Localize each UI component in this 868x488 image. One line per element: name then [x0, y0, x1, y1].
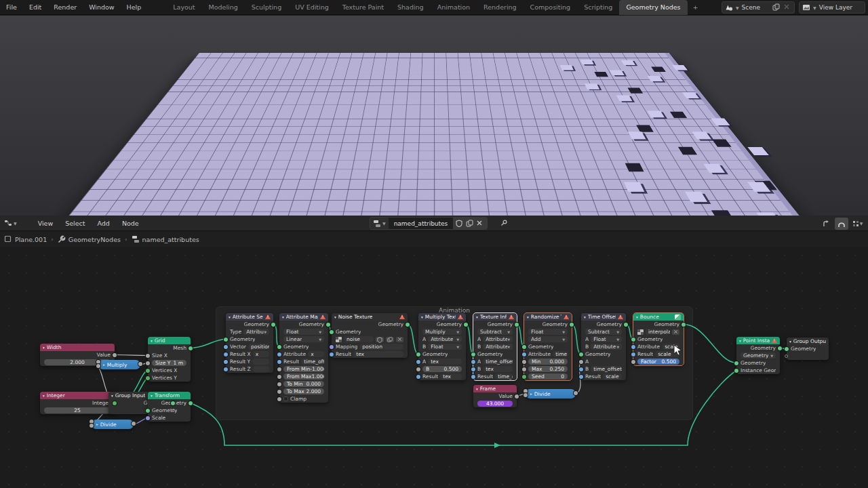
- input-socket[interactable]: [277, 352, 281, 357]
- breadcrumb-item-2[interactable]: named_attributes: [132, 235, 199, 243]
- collapse-icon[interactable]: ▾: [739, 339, 741, 343]
- expand-icon[interactable]: ▸: [530, 392, 532, 396]
- input-socket[interactable]: [524, 393, 528, 397]
- input-socket[interactable]: [146, 354, 150, 358]
- input-socket[interactable]: [416, 375, 420, 379]
- expand-icon[interactable]: ▸: [96, 422, 98, 426]
- noise-texture-node[interactable]: ▾Noise TextureGeometryGeometrynoiseMappi…: [332, 313, 408, 358]
- output-socket[interactable]: [570, 323, 574, 327]
- dropdown[interactable]: Float▼: [428, 344, 462, 350]
- fake-user-shield-icon[interactable]: [456, 220, 464, 228]
- output-socket[interactable]: [326, 323, 330, 327]
- input-socket[interactable]: [579, 375, 583, 379]
- grid-node[interactable]: ▾GridMeshSize XSize Y1 mVertices XVertic…: [148, 337, 191, 382]
- dropdown[interactable]: Linear▼: [283, 336, 324, 342]
- dropdown[interactable]: Subtract▼: [477, 329, 513, 335]
- number-field[interactable]: From Max1.000: [283, 373, 324, 380]
- dropdown[interactable]: Attribute▼: [483, 344, 513, 350]
- input-socket[interactable]: [522, 352, 526, 357]
- input-socket[interactable]: [785, 347, 789, 351]
- input-socket[interactable]: [224, 345, 228, 349]
- text-field[interactable]: scale: [655, 351, 679, 357]
- attribute-separate-node[interactable]: ▾Attribute SeparateGeometryTypeAttribute…: [226, 313, 273, 373]
- text-field[interactable]: scale: [603, 373, 622, 380]
- dropdown[interactable]: Subtract▼: [585, 329, 622, 335]
- dropdown[interactable]: Float▼: [591, 336, 622, 342]
- input-socket[interactable]: [522, 367, 526, 371]
- output-socket[interactable]: [515, 394, 519, 399]
- input-socket[interactable]: [330, 352, 334, 357]
- node-header[interactable]: ▾Transform: [148, 392, 191, 399]
- node-header[interactable]: ▾Bounce: [633, 313, 684, 321]
- transform-node[interactable]: ▾TransformGeometryGeometryScale: [148, 392, 191, 422]
- node-header[interactable]: ▾Group Output: [787, 338, 829, 345]
- node-header[interactable]: ▾Grid: [148, 337, 191, 344]
- node-menu-add[interactable]: Add: [91, 216, 115, 231]
- input-socket[interactable]: [330, 330, 334, 334]
- output-socket[interactable]: [624, 323, 628, 327]
- input-socket[interactable]: [416, 352, 420, 357]
- output-socket[interactable]: [574, 391, 578, 395]
- datablock-name-field[interactable]: noise: [344, 336, 374, 342]
- number-field[interactable]: Size Y1 m: [152, 360, 186, 366]
- dropdown[interactable]: Attribute▼: [483, 336, 513, 342]
- input-socket[interactable]: [631, 345, 635, 349]
- output-socket[interactable]: [113, 401, 117, 405]
- node-menu-node[interactable]: Node: [116, 216, 145, 231]
- dropdown[interactable]: Float▼: [283, 329, 324, 335]
- multiply-texture-node[interactable]: ▾Multiply TexturGeometryMultiply▼AAttrib…: [418, 313, 466, 380]
- scene-selector[interactable]: ▼ Scene: [722, 1, 795, 14]
- dropdown[interactable]: Attribute▼: [591, 344, 622, 350]
- collapse-icon[interactable]: ▾: [334, 315, 336, 319]
- view-layer-selector[interactable]: ▼ View Layer: [799, 1, 865, 14]
- input-socket[interactable]: [277, 382, 281, 386]
- node-menu-view[interactable]: View: [32, 216, 60, 231]
- unlink-scene-icon[interactable]: [783, 3, 791, 12]
- go-to-parent-tree-button[interactable]: [819, 218, 833, 230]
- collapse-icon[interactable]: ▾: [43, 346, 45, 350]
- node-header[interactable]: ▾Point Instance: [736, 337, 780, 344]
- collapse-icon[interactable]: ▾: [151, 339, 153, 343]
- new-scene-icon[interactable]: [772, 3, 781, 12]
- input-socket[interactable]: [522, 345, 526, 349]
- workspace-tab-rendering[interactable]: Rendering: [477, 0, 524, 15]
- text-field[interactable]: time_offset: [495, 373, 513, 380]
- input-socket[interactable]: [224, 360, 228, 364]
- input-socket[interactable]: [224, 367, 228, 371]
- input-socket[interactable]: [734, 361, 738, 365]
- collapse-icon[interactable]: ▾: [476, 315, 478, 319]
- collapse-icon[interactable]: ▾: [476, 387, 478, 391]
- text-field[interactable]: x: [253, 351, 269, 357]
- text-field[interactable]: x: [308, 351, 324, 357]
- pin-icon[interactable]: [500, 219, 508, 227]
- text-field[interactable]: [252, 359, 269, 365]
- node-header[interactable]: ▾Noise Texture: [332, 313, 408, 321]
- divide-2-node[interactable]: ▸Divide: [526, 389, 576, 399]
- menu-file[interactable]: File: [0, 0, 23, 15]
- node-menu-select[interactable]: Select: [59, 216, 91, 231]
- breadcrumb-item-0[interactable]: Plane.001: [4, 235, 47, 243]
- text-field[interactable]: time_offset: [553, 351, 568, 357]
- text-field[interactable]: tex: [353, 351, 403, 357]
- copy-icon[interactable]: [386, 337, 394, 342]
- collapse-icon[interactable]: ▾: [43, 394, 45, 398]
- output-socket[interactable]: [172, 409, 175, 412]
- input-socket[interactable]: [416, 360, 420, 364]
- scene-name[interactable]: Scene: [742, 4, 770, 11]
- bounce-node[interactable]: ▾BounceGeometryinterpolation_b...Geometr…: [633, 313, 684, 365]
- input-socket[interactable]: [471, 352, 475, 357]
- workspace-tab-geometry-nodes[interactable]: Geometry Nodes: [619, 0, 687, 15]
- value-field[interactable]: 25: [44, 407, 111, 413]
- node-header[interactable]: ▾Attribute Separate: [226, 313, 273, 321]
- menu-window[interactable]: Window: [83, 0, 120, 15]
- text-field[interactable]: position: [359, 344, 403, 350]
- workspace-tab-compositing[interactable]: Compositing: [524, 0, 578, 15]
- input-socket[interactable]: [579, 352, 583, 357]
- output-socket[interactable]: [138, 362, 142, 366]
- output-socket[interactable]: [171, 401, 175, 405]
- number-field[interactable]: Max0.250: [528, 366, 568, 372]
- output-socket[interactable]: [406, 323, 410, 327]
- input-socket[interactable]: [631, 352, 635, 357]
- output-socket[interactable]: [682, 323, 686, 327]
- output-socket[interactable]: [271, 323, 275, 327]
